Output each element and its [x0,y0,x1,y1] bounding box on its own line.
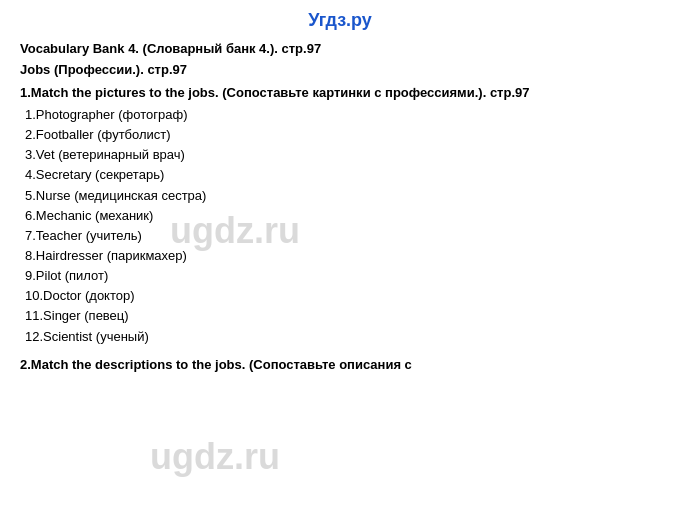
list-item: 10.Doctor (доктор) [25,286,660,306]
site-title: Угдз.ру [20,10,660,31]
exercise2-heading: 2.Match the descriptions to the jobs. (С… [20,357,660,372]
vocabulary-bank-heading: Vocabulary Bank 4. (Словарный банк 4.). … [20,41,660,56]
page-container: Угдз.ру Vocabulary Bank 4. (Словарный ба… [0,0,680,508]
list-item: 11.Singer (певец) [25,306,660,326]
list-item: 9.Pilot (пилот) [25,266,660,286]
list-item: 6.Mechanic (механик) [25,206,660,226]
list-item: 1.Photographer (фотограф) [25,105,660,125]
jobs-heading: Jobs (Профессии.). стр.97 [20,62,660,77]
jobs-list: 1.Photographer (фотограф) 2.Footballer (… [25,105,660,347]
list-item: 2.Footballer (футболист) [25,125,660,145]
exercise1-heading: 1.Match the pictures to the jobs. (Сопос… [20,85,660,100]
list-item: 12.Scientist (ученый) [25,327,660,347]
list-item: 3.Vet (ветеринарный врач) [25,145,660,165]
list-item: 7.Teacher (учитель) [25,226,660,246]
list-item: 8.Hairdresser (парикмахер) [25,246,660,266]
watermark-bottom: ugdz.ru [150,436,280,478]
list-item: 5.Nurse (медицинская сестра) [25,186,660,206]
list-item: 4.Secretary (секретарь) [25,165,660,185]
